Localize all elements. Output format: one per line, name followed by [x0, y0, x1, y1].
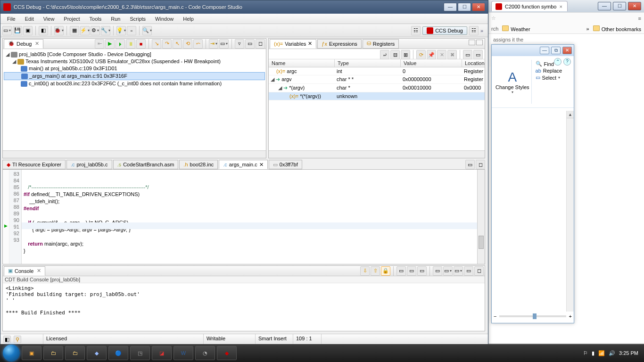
- perspective-ccs-debug[interactable]: CCS Debug: [422, 26, 467, 35]
- tray-volume-icon[interactable]: 🔊: [609, 350, 615, 356]
- zoom-out-button[interactable]: −: [494, 313, 496, 319]
- editor-tab[interactable]: .hboot28.inc: [179, 160, 218, 169]
- pin-button[interactable]: 📌: [427, 50, 436, 59]
- h-scrollbar[interactable]: [3, 150, 266, 158]
- box-button[interactable]: ◧: [39, 26, 48, 35]
- taskbar-app[interactable]: ▣: [22, 346, 41, 360]
- variables-body[interactable]: (x)= argcint0Register ➜ argvchar * *0x00…: [269, 67, 485, 100]
- menu-edit[interactable]: Edit: [21, 15, 38, 23]
- bookmarks-overflow[interactable]: »: [586, 26, 589, 32]
- new-watch-button[interactable]: ▭: [463, 50, 472, 59]
- status-icon-2[interactable]: ⚲: [14, 336, 21, 343]
- word-restore-button[interactable]: ⧉: [551, 47, 561, 54]
- maximize-view-button[interactable]: ◻: [474, 266, 484, 276]
- close-view-icon[interactable]: ✕: [35, 41, 39, 47]
- menu-file[interactable]: File: [3, 15, 19, 23]
- save-button[interactable]: 💾: [13, 26, 22, 35]
- col-value[interactable]: Value: [401, 59, 462, 67]
- collapse-button[interactable]: ⊟: [390, 50, 400, 59]
- taskbar-pdf[interactable]: ◪: [152, 346, 172, 360]
- terminate-button[interactable]: ■: [136, 39, 146, 49]
- taskbar-chrome[interactable]: 🔵: [108, 346, 128, 360]
- status-icon-1[interactable]: ◧: [3, 336, 11, 343]
- var-row[interactable]: (x)= argcint0Register: [269, 67, 485, 75]
- col-location[interactable]: Location: [462, 59, 490, 67]
- h-scrollbar[interactable]: [269, 150, 485, 158]
- editor-tab[interactable]: .cproj_lab05b.c: [66, 160, 112, 169]
- expand-toggle[interactable]: [278, 85, 283, 90]
- scroll-thumb[interactable]: [479, 236, 484, 249]
- expand-button[interactable]: ⊞: [401, 50, 410, 59]
- code-area[interactable]: /*--------------------------------------…: [22, 170, 477, 264]
- star-icon[interactable]: ☆: [491, 15, 496, 21]
- select-button[interactable]: ▭Select▾: [536, 74, 562, 81]
- editor-tab[interactable]: ▭0x3ff7bf: [269, 160, 302, 169]
- tray-battery-icon[interactable]: ▮: [592, 350, 594, 356]
- tray-flag-icon[interactable]: ⚐: [583, 350, 588, 356]
- start-button[interactable]: [3, 345, 20, 362]
- tab-expressions[interactable]: ƒxExpressions: [317, 39, 362, 49]
- maximize-button[interactable]: ☐: [458, 3, 471, 11]
- clear-button[interactable]: ▭: [396, 266, 406, 276]
- view-menu-button[interactable]: ▭: [473, 50, 483, 59]
- var-row-selected[interactable]: (x)= *(*(argv))unknown: [269, 92, 485, 100]
- prev-button[interactable]: ⇩: [360, 266, 370, 276]
- console-tab[interactable]: ▣Console✕: [4, 266, 45, 276]
- minimize-view-button[interactable]: ▭: [245, 39, 255, 49]
- taskbar-app[interactable]: ◳: [130, 346, 150, 360]
- misc-button[interactable]: ▫: [127, 26, 136, 35]
- display-button[interactable]: ▭: [443, 266, 453, 276]
- minimize-editor-button[interactable]: ▭: [465, 160, 475, 169]
- zoom-slider[interactable]: [499, 315, 566, 317]
- ribbon-minimize-icon[interactable]: ⌃: [554, 58, 561, 66]
- minimize-button[interactable]: —: [444, 3, 457, 11]
- wrench-icon[interactable]: ≡: [638, 16, 641, 21]
- step-return-button[interactable]: ↖: [173, 39, 182, 49]
- perspective-other[interactable]: ☷: [469, 26, 479, 35]
- ccs-titlebar[interactable]: CCS Debug - C:\ti\ccsv5\tools\compiler\c…: [0, 0, 488, 14]
- skip-bp-button[interactable]: ⇤: [95, 39, 104, 49]
- tool-button[interactable]: 🔧: [101, 26, 110, 35]
- scroll-lock-button[interactable]: 🔒: [381, 266, 390, 276]
- menu-window[interactable]: Window: [151, 15, 177, 23]
- replace-button[interactable]: abReplace: [536, 68, 562, 74]
- perspective-overflow-icon[interactable]: »: [480, 28, 483, 33]
- new-console-button[interactable]: ▭: [433, 266, 442, 276]
- menu-scripts[interactable]: Scripts: [126, 15, 149, 23]
- close-button[interactable]: ✕: [472, 3, 485, 11]
- chrome-max-button[interactable]: ☐: [613, 2, 626, 10]
- col-type[interactable]: Type: [335, 59, 401, 67]
- removeall-button[interactable]: ✖: [447, 50, 457, 59]
- step-over-button[interactable]: ↷: [162, 39, 172, 49]
- change-styles-button[interactable]: A Change Styles ▾: [494, 60, 532, 104]
- taskbar-explorer2[interactable]: 🗀: [65, 346, 85, 360]
- restart-button[interactable]: ⟲: [183, 39, 192, 49]
- minimize-view-button[interactable]: ▭: [464, 266, 473, 276]
- taskbar-app[interactable]: ◆: [87, 346, 107, 360]
- menu-run[interactable]: Run: [107, 15, 124, 23]
- menu-view[interactable]: View: [40, 15, 58, 23]
- taskbar-explorer[interactable]: 🗀: [43, 346, 63, 360]
- help-icon[interactable]: ?: [563, 58, 571, 66]
- col-name[interactable]: Name: [269, 59, 335, 67]
- debug-tree[interactable]: proj_lab05b [Code Composer Studio - Devi…: [3, 49, 266, 158]
- var-row[interactable]: ➜ argvchar * *0x00000000Register: [269, 75, 485, 84]
- tab-registers[interactable]: ⛁Registers: [363, 39, 399, 49]
- var-row[interactable]: ➜ *(argv)char *0x000100000x0000: [269, 84, 485, 92]
- view-menu-button[interactable]: ▿: [235, 39, 244, 49]
- bookmark-other[interactable]: Other bookmarks: [593, 25, 641, 32]
- editor-tab-active[interactable]: .cargs_main.c✕: [219, 160, 267, 169]
- run-to-button[interactable]: ⇥: [209, 39, 218, 49]
- stack-frame[interactable]: main() at proj_lab05b.c:109 0x3F1D01: [4, 65, 265, 72]
- debug-target-node[interactable]: Texas Instruments XDS100v2 USB Emulator_…: [4, 58, 265, 65]
- refresh-button[interactable]: ⟳: [416, 50, 426, 59]
- close-view-icon[interactable]: ✕: [37, 268, 41, 274]
- new-button[interactable]: ▭: [2, 26, 12, 35]
- resume2-button[interactable]: ⏵: [116, 39, 125, 49]
- saveall-button[interactable]: ▣: [23, 26, 33, 35]
- pin-button[interactable]: ▭: [407, 266, 416, 276]
- gear-button[interactable]: ⚙: [91, 26, 100, 35]
- taskbar-word[interactable]: W: [173, 346, 193, 360]
- open-perspective-button[interactable]: ☷: [411, 26, 421, 35]
- tray-clock[interactable]: 3:25 PM: [619, 350, 638, 356]
